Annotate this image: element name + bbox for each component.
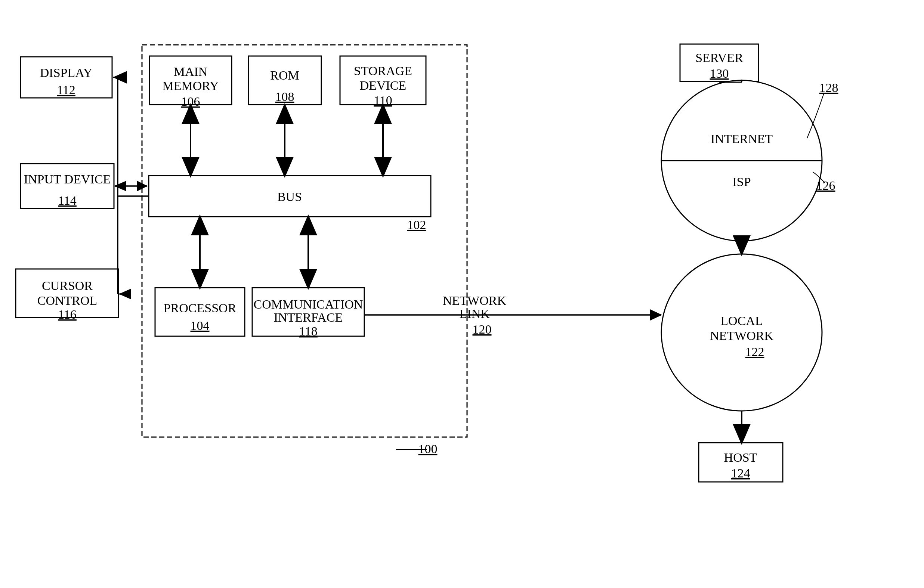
storage-text2: DEVICE (360, 79, 406, 92)
storage-text1: STORAGE (354, 64, 412, 78)
cursor-text2: CONTROL (37, 294, 97, 308)
rom-text: ROM (270, 68, 299, 82)
network-link-num: 120 (473, 323, 492, 336)
isp-num: 126 (817, 179, 835, 193)
comm-text2: INTERFACE (274, 310, 343, 324)
system-num: 100 (419, 442, 437, 456)
storage-num: 110 (374, 93, 392, 107)
host-num: 124 (731, 466, 750, 480)
network-link-text1: NETWORK (443, 294, 506, 308)
server-num: 130 (710, 66, 729, 80)
internet-text: INTERNET (711, 132, 773, 146)
comm-num: 118 (299, 324, 318, 338)
local-net-num: 122 (746, 345, 764, 359)
comm-text1: COMMUNICATION (254, 297, 363, 311)
input-device-text1: INPUT DEVICE (24, 172, 111, 186)
host-text: HOST (724, 451, 757, 464)
main-memory-text2: MEMORY (162, 79, 219, 93)
cursor-num: 116 (58, 308, 77, 321)
rom-num: 108 (276, 90, 294, 104)
main-memory-text1: MAIN (174, 64, 208, 79)
diagram-container: 100 MAIN MEMORY 106 ROM 108 STORAGE DEVI… (0, 0, 924, 588)
display-text: DISPLAY (40, 66, 92, 79)
internet-num: 128 (819, 81, 838, 94)
bus-num: 102 (407, 218, 426, 232)
input-device-num: 114 (58, 194, 77, 208)
network-link-text2: LINK (459, 307, 490, 321)
processor-num: 104 (191, 319, 210, 333)
bus-text: BUS (277, 190, 302, 204)
cursor-text1: CURSOR (42, 279, 92, 293)
local-net-text1: LOCAL (720, 314, 762, 328)
processor-text: PROCESSOR (163, 301, 236, 315)
isp-text: ISP (732, 175, 751, 189)
display-num: 112 (57, 83, 76, 97)
server-text: SERVER (695, 51, 743, 64)
local-net-text2: NETWORK (710, 329, 774, 343)
